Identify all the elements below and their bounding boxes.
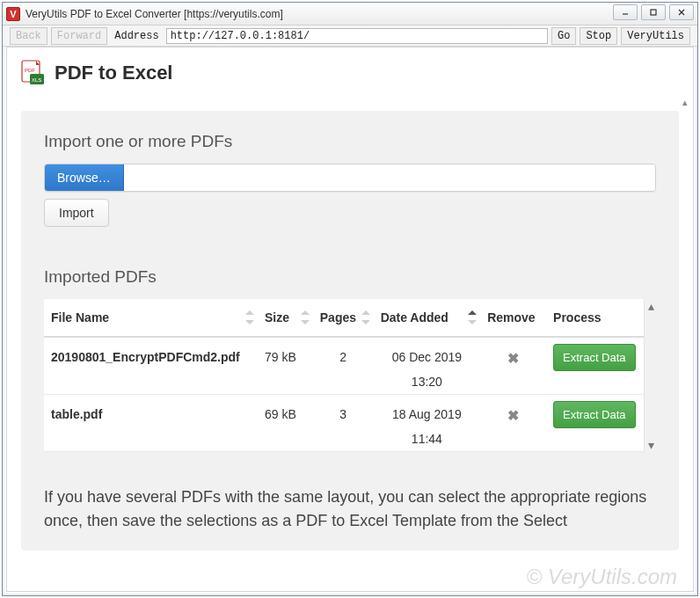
page-heading: PDF XLS PDF to Excel (21, 60, 679, 86)
close-button[interactable] (669, 4, 694, 20)
cell-pages: 3 (313, 395, 374, 452)
import-button[interactable]: Import (44, 199, 109, 227)
go-button[interactable]: Go (551, 27, 576, 45)
scroll-up-icon: ▴ (682, 97, 688, 108)
browse-button[interactable]: Browse… (45, 164, 124, 191)
content-frame: ▴ PDF XLS PDF to Excel Import one or mor… (6, 47, 694, 592)
col-size[interactable]: Size (258, 299, 313, 337)
table-row: table.pdf 69 kB 3 18 Aug 2019 11:44 ✖ (44, 395, 644, 452)
stop-button[interactable]: Stop (580, 27, 617, 45)
veryutils-button[interactable]: VeryUtils (621, 27, 690, 45)
cell-remove: ✖ (480, 337, 546, 395)
forward-button[interactable]: Forward (51, 27, 107, 45)
app-icon: V (6, 7, 20, 21)
svg-text:PDF: PDF (25, 68, 35, 73)
col-date-added[interactable]: Date Added (374, 299, 481, 337)
titlebar: V VeryUtils PDF to Excel Converter [http… (3, 3, 697, 26)
sort-icon (361, 310, 370, 325)
col-pages[interactable]: Pages (313, 299, 374, 337)
svg-text:XLS: XLS (32, 77, 41, 83)
imported-table: File Name Size Pages Date Added Remove P… (44, 299, 644, 452)
remove-icon[interactable]: ✖ (507, 408, 519, 423)
svg-rect-1 (651, 10, 656, 15)
cell-date: 18 Aug 2019 11:44 (374, 395, 481, 452)
extract-data-button[interactable]: Extract Data (553, 344, 636, 371)
maximize-button[interactable] (641, 4, 666, 20)
window-frame: V VeryUtils PDF to Excel Converter [http… (2, 2, 698, 596)
footer-hint: If you have several PDFs with the same l… (44, 485, 656, 533)
cell-process: Extract Data (546, 337, 644, 395)
browser-toolbar: Back Forward Address Go Stop VeryUtils (3, 26, 697, 47)
file-picker-row: Browse… (44, 164, 656, 192)
col-file-name[interactable]: File Name (44, 299, 258, 337)
sort-icon (245, 310, 254, 325)
back-button[interactable]: Back (10, 27, 47, 45)
file-path-input[interactable] (124, 164, 655, 191)
cell-remove: ✖ (480, 395, 546, 452)
sort-icon (468, 310, 477, 325)
cell-date: 06 Dec 2019 13:20 (374, 337, 481, 395)
table-row: 20190801_EncryptPDFCmd2.pdf 79 kB 2 06 D… (44, 337, 644, 395)
page-title: PDF to Excel (55, 62, 172, 84)
imported-section-title: Imported PDFs (44, 267, 656, 287)
extract-data-button[interactable]: Extract Data (553, 401, 636, 428)
imported-table-wrap: File Name Size Pages Date Added Remove P… (44, 299, 656, 452)
page: PDF XLS PDF to Excel Import one or more … (7, 47, 693, 591)
table-scrollbar[interactable]: ▴ ▾ (644, 299, 656, 452)
table-header-row: File Name Size Pages Date Added Remove P… (44, 299, 644, 337)
sort-icon (301, 310, 310, 325)
pdf-to-excel-icon: PDF XLS (21, 60, 46, 86)
cell-pages: 2 (313, 337, 374, 395)
cell-process: Extract Data (546, 395, 644, 452)
cell-file-name: 20190801_EncryptPDFCmd2.pdf (44, 337, 258, 395)
main-panel: Import one or more PDFs Browse… Import I… (21, 111, 679, 551)
scroll-up-icon[interactable]: ▴ (645, 299, 657, 313)
scroll-down-icon[interactable]: ▾ (645, 438, 657, 452)
cell-size: 69 kB (258, 395, 313, 452)
col-remove: Remove (480, 299, 546, 337)
minimize-button[interactable] (613, 4, 638, 20)
window-buttons (613, 4, 694, 20)
col-process: Process (546, 299, 644, 337)
cell-size: 79 kB (258, 337, 313, 395)
window-title: VeryUtils PDF to Excel Converter [https:… (26, 8, 283, 20)
address-input[interactable] (166, 28, 548, 44)
remove-icon[interactable]: ✖ (507, 351, 519, 366)
import-section-title: Import one or more PDFs (44, 132, 656, 151)
cell-file-name: table.pdf (44, 395, 258, 452)
address-label: Address (114, 30, 158, 42)
